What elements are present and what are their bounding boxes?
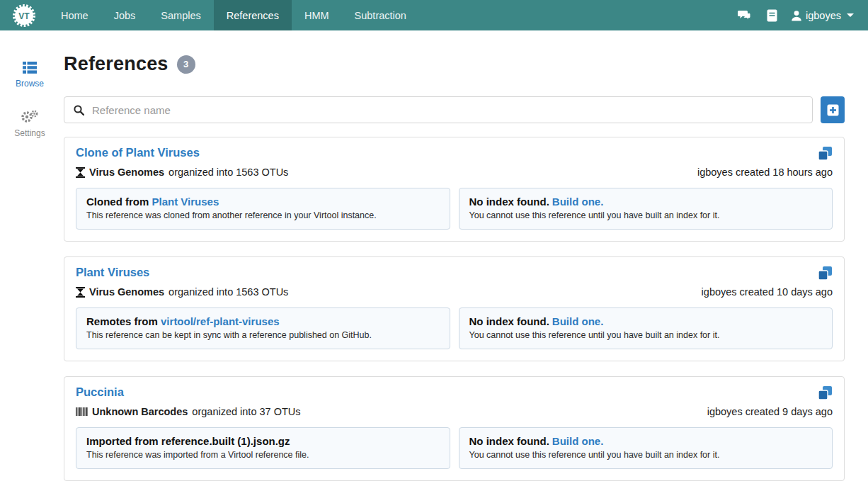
nav-item-references[interactable]: References: [214, 0, 292, 30]
clone-icon: [818, 266, 833, 281]
index-description: You cannot use this reference until you …: [469, 330, 823, 340]
top-navbar: VT Home Jobs Samples References HMM Subt…: [0, 0, 868, 30]
data-type: Virus Genomes organized into 1563 OTUs: [76, 286, 288, 298]
nav-item-subtraction[interactable]: Subtraction: [342, 0, 419, 30]
chat-button[interactable]: [730, 0, 759, 30]
nav-item-samples[interactable]: Samples: [148, 0, 213, 30]
sidebar: Browse Settings: [0, 30, 59, 159]
index-panel: No index found.Build one. You cannot use…: [459, 188, 833, 230]
organization-text: organized into 37 OTUs: [192, 406, 300, 417]
build-index-link[interactable]: Build one.: [552, 196, 604, 208]
plus-square-icon: [827, 104, 839, 116]
clone-reference-button[interactable]: [818, 266, 833, 281]
user-menu[interactable]: igboyes: [785, 10, 857, 21]
search-input[interactable]: [92, 104, 803, 116]
page-title: References: [64, 53, 169, 75]
index-status: No index found.: [469, 196, 549, 208]
navbar-right: igboyes: [730, 0, 868, 30]
created-text: igboyes created 9 days ago: [707, 406, 833, 417]
origin-description: This reference can be kept in sync with …: [86, 330, 440, 340]
organization-text: organized into 1563 OTUs: [169, 167, 288, 178]
nav-item-jobs[interactable]: Jobs: [101, 0, 149, 30]
search-icon: [74, 105, 84, 115]
origin-panel: Remotes from virtool/ref-plant-viruses T…: [76, 307, 450, 349]
reference-list: Clone of Plant Viruses Vi: [64, 137, 845, 481]
origin-panel: Cloned from Plant Viruses This reference…: [76, 188, 450, 230]
caret-down-icon: [847, 13, 854, 17]
created-text: igboyes created 18 hours ago: [697, 167, 833, 178]
origin-link[interactable]: virtool/ref-plant-viruses: [161, 315, 280, 327]
nav-item-hmm[interactable]: HMM: [292, 0, 342, 30]
search-box: [64, 96, 813, 123]
reference-count-badge: 3: [177, 55, 195, 74]
nav-item-home[interactable]: Home: [48, 0, 101, 30]
manual-icon: [767, 9, 777, 22]
user-icon: [791, 10, 802, 21]
sidebar-label-browse: Browse: [0, 79, 59, 89]
index-status: No index found.: [469, 435, 549, 447]
page-header: References 3: [64, 53, 845, 75]
build-index-link[interactable]: Build one.: [552, 315, 604, 327]
sidebar-label-settings: Settings: [0, 128, 59, 138]
add-reference-button[interactable]: [821, 96, 845, 123]
index-panel: No index found.Build one. You cannot use…: [459, 427, 833, 469]
reference-name-link[interactable]: Clone of Plant Viruses: [76, 146, 200, 159]
nav-items: Home Jobs Samples References HMM Subtrac…: [48, 0, 419, 30]
sidebar-item-browse[interactable]: Browse: [0, 62, 59, 89]
origin-description: This reference was cloned from another r…: [86, 210, 440, 220]
sidebar-item-settings[interactable]: Settings: [0, 110, 59, 138]
origin-prefix: Remotes from: [86, 315, 161, 327]
build-index-link[interactable]: Build one.: [552, 435, 604, 447]
clone-icon: [818, 385, 833, 400]
main-content: References 3: [64, 30, 845, 491]
origin-link[interactable]: Plant Viruses: [152, 196, 219, 208]
hourglass-icon: [76, 287, 85, 298]
created-text: igboyes created 10 days ago: [702, 286, 833, 298]
origin-prefix: Imported from reference.built (1).json.g…: [86, 435, 290, 447]
reference-name-link[interactable]: Puccinia: [76, 385, 124, 399]
list-icon: [23, 62, 37, 74]
reference-name-link[interactable]: Plant Viruses: [76, 266, 149, 279]
chat-icon: [738, 10, 751, 21]
organization-text: organized into 1563 OTUs: [169, 286, 288, 298]
reference-card[interactable]: Plant Viruses Virus Genom: [64, 256, 845, 361]
index-panel: No index found.Build one. You cannot use…: [459, 307, 833, 349]
reference-card[interactable]: Puccinia: [64, 376, 845, 481]
reference-card[interactable]: Clone of Plant Viruses Vi: [64, 137, 845, 242]
origin-panel: Imported from reference.built (1).json.g…: [76, 427, 450, 469]
origin-description: This reference was imported from a Virto…: [86, 450, 440, 460]
index-description: You cannot use this reference until you …: [469, 210, 823, 220]
manual-button[interactable]: [759, 0, 785, 30]
origin-prefix: Cloned from: [86, 196, 152, 208]
data-type: Unknown Barcodes organized into 37 OTUs: [76, 406, 301, 417]
gears-icon: [21, 110, 39, 123]
svg-text:VT: VT: [18, 11, 30, 21]
username: igboyes: [806, 10, 841, 21]
clone-reference-button[interactable]: [818, 146, 833, 161]
clone-icon: [818, 146, 833, 161]
hourglass-icon: [76, 167, 85, 178]
index-status: No index found.: [469, 315, 549, 327]
virtool-logo[interactable]: VT: [0, 0, 48, 30]
page: VT Home Jobs Samples References HMM Subt…: [0, 0, 868, 491]
data-type: Virus Genomes organized into 1563 OTUs: [76, 167, 288, 178]
index-description: You cannot use this reference until you …: [469, 450, 823, 460]
clone-reference-button[interactable]: [818, 385, 833, 400]
toolbar: [64, 96, 845, 123]
virtool-logo-icon: VT: [12, 4, 36, 28]
barcode-icon: [76, 407, 88, 416]
